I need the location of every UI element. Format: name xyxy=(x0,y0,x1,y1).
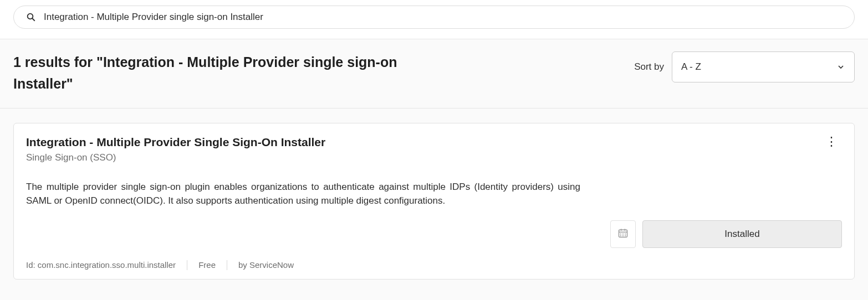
install-status-label: Installed xyxy=(724,229,759,240)
result-title[interactable]: Integration - Multiple Provider Single S… xyxy=(26,136,325,149)
svg-line-1 xyxy=(32,18,35,21)
search-bar[interactable] xyxy=(13,6,855,29)
calendar-icon xyxy=(617,227,629,241)
sort-label: Sort by xyxy=(634,61,664,73)
result-description: The multiple provider single sign-on plu… xyxy=(26,180,580,208)
results-body: Integration - Multiple Provider Single S… xyxy=(0,108,868,294)
svg-point-0 xyxy=(28,14,33,19)
chevron-down-icon xyxy=(836,63,845,71)
sort-control: Sort by A - Z xyxy=(634,51,855,82)
sort-value: A - Z xyxy=(681,61,701,73)
result-category: Single Sign-on (SSO) xyxy=(26,152,325,163)
result-actions: Installed xyxy=(26,220,842,248)
meta-vendor: by ServiceNow xyxy=(227,260,305,270)
install-status-button: Installed xyxy=(642,220,842,248)
meta-pricing: Free xyxy=(187,260,227,270)
search-icon xyxy=(26,12,36,22)
result-card: Integration - Multiple Provider Single S… xyxy=(13,123,855,280)
meta-id: Id: com.snc.integration.sso.multi.instal… xyxy=(26,260,187,270)
search-input[interactable] xyxy=(44,12,842,23)
search-section xyxy=(0,0,868,39)
schedule-button[interactable] xyxy=(610,220,636,248)
sort-select[interactable]: A - Z xyxy=(672,51,855,82)
results-count-title: 1 results for "Integration - Multiple Pr… xyxy=(13,51,401,95)
result-meta: Id: com.snc.integration.sso.multi.instal… xyxy=(26,260,842,270)
results-header: 1 results for "Integration - Multiple Pr… xyxy=(0,39,868,108)
more-actions-icon[interactable]: ⋮ xyxy=(821,136,842,148)
